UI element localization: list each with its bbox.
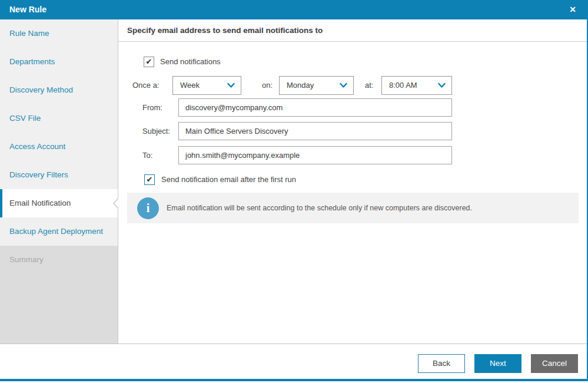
back-button[interactable]: Back: [418, 354, 465, 373]
sidebar-item-discovery-method[interactable]: Discovery Method: [0, 76, 118, 104]
chevron-down-icon: [227, 82, 235, 88]
subject-label: Subject:: [142, 122, 170, 140]
check-icon: ✔: [147, 175, 153, 184]
next-button[interactable]: Next: [474, 354, 521, 373]
heading-divider: [118, 41, 587, 42]
from-field[interactable]: [178, 98, 452, 117]
subject-field[interactable]: [178, 122, 452, 140]
sidebar-item-backup-agent-deployment[interactable]: Backup Agent Deployment: [0, 217, 118, 246]
chevron-down-icon: [340, 82, 347, 88]
sidebar-item-summary: Summary: [0, 246, 118, 274]
to-label: To:: [142, 146, 152, 164]
sidebar-item-csv-file[interactable]: CSV File: [0, 104, 118, 133]
check-icon: ✔: [146, 57, 152, 66]
at-label: at:: [365, 76, 373, 95]
to-field[interactable]: [178, 146, 452, 164]
info-banner-text: Email notification will be sent accordin…: [167, 193, 472, 223]
frequency-dropdown[interactable]: Week: [172, 76, 241, 95]
info-icon: i: [137, 197, 159, 219]
from-label: From:: [142, 98, 162, 117]
sidebar-item-discovery-filters[interactable]: Discovery Filters: [0, 161, 118, 189]
once-a-label: Once a:: [132, 76, 160, 95]
frequency-value: Week: [180, 77, 200, 94]
on-label: on:: [262, 76, 273, 95]
footer-divider: [0, 344, 588, 344]
dialog-title: New Rule: [9, 0, 46, 19]
sidebar-item-access-account[interactable]: Access Account: [0, 133, 118, 161]
sidebar-item-email-notification[interactable]: Email Notification: [0, 189, 118, 217]
first-run-label: Send notification email after the first …: [161, 174, 296, 185]
cancel-button[interactable]: Cancel: [531, 354, 578, 373]
chevron-down-icon: [438, 82, 446, 88]
first-run-checkbox[interactable]: ✔: [144, 174, 155, 185]
sidebar-disabled-section: Summary: [0, 246, 118, 344]
sidebar-divider: [118, 19, 118, 344]
info-banner: i Email notification will be sent accord…: [127, 193, 579, 223]
time-dropdown[interactable]: 8:00 AM: [381, 76, 452, 95]
time-value: 8:00 AM: [389, 77, 417, 94]
sidebar-item-rule-name[interactable]: Rule Name: [0, 19, 118, 48]
send-notifications-label: Send notifications: [160, 57, 221, 67]
day-dropdown[interactable]: Monday: [279, 76, 354, 95]
title-bar: New Rule ✕: [0, 0, 588, 19]
new-rule-dialog: New Rule ✕ Rule Name Departments Discove…: [0, 0, 588, 383]
page-title: Specify email address to send email noti…: [127, 19, 323, 41]
close-icon[interactable]: ✕: [569, 0, 576, 19]
active-step-notch-fill: [114, 198, 119, 209]
window-bottom-border: [0, 379, 588, 381]
sidebar-item-departments[interactable]: Departments: [0, 48, 118, 76]
send-notifications-checkbox[interactable]: ✔: [144, 57, 154, 67]
day-value: Monday: [287, 77, 314, 94]
wizard-steps-sidebar: Rule Name Departments Discovery Method C…: [0, 19, 118, 344]
